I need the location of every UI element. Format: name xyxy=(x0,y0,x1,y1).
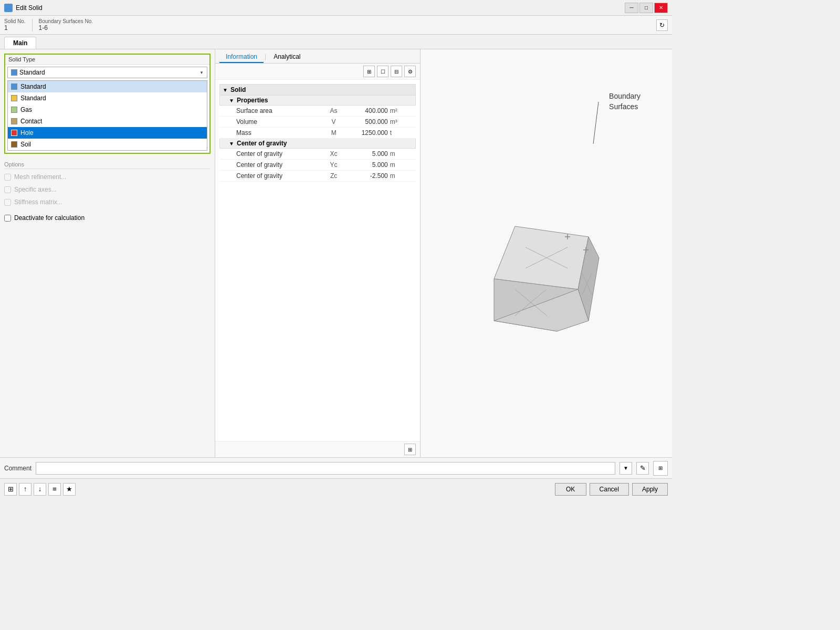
prop-sym-mass: M xyxy=(323,129,344,136)
prop-val-zc: -2.500 xyxy=(344,172,388,180)
toolbar-btn-1[interactable]: ⊞ xyxy=(363,66,375,77)
label-standard2: Standard xyxy=(20,94,46,102)
prop-unit-xc: m xyxy=(388,150,412,158)
tab-information[interactable]: Information xyxy=(219,51,264,63)
solid-type-dropdown[interactable]: Standard ▼ xyxy=(7,67,207,78)
boundary-no-content: Boundary Surfaces No. 1-6 xyxy=(39,18,93,32)
properties-sub-header[interactable]: ▼ Properties xyxy=(219,96,416,106)
color-standard2 xyxy=(11,95,17,101)
footer-icon-btn-4[interactable]: ≡ xyxy=(48,483,61,496)
list-item-gas[interactable]: Gas xyxy=(8,104,207,116)
stiffness-matrix-checkbox[interactable] xyxy=(4,199,11,206)
label-contact: Contact xyxy=(20,118,42,125)
deactivate-checkbox[interactable] xyxy=(4,215,11,222)
toolbar-btn-3[interactable]: ⊟ xyxy=(391,66,402,77)
boundary-arrow-svg xyxy=(546,81,651,186)
prop-gravity-yc: Center of gravity Yc 5.000 m xyxy=(219,160,416,171)
footer-bar: ⊞ ↑ ↓ ≡ ★ OK Cancel Apply xyxy=(0,478,672,499)
left-panel: Solid Type Standard ▼ Standard xyxy=(0,49,215,457)
solid-no-section: Solid No. 1 xyxy=(4,18,26,32)
comment-extra-btn[interactable]: ⊞ xyxy=(653,461,668,476)
boundary-arrow-line xyxy=(593,102,598,144)
close-button[interactable]: ✕ xyxy=(654,3,668,13)
prop-volume: Volume V 500.000 m³ xyxy=(219,117,416,128)
stiffness-matrix-label: Stiffness matrix... xyxy=(14,198,62,206)
color-soil xyxy=(11,141,17,148)
title-bar: Edit Solid ─ □ ✕ xyxy=(0,0,672,16)
list-item-contact[interactable]: Contact xyxy=(8,116,207,127)
list-item-soil[interactable]: Soil xyxy=(8,139,207,150)
footer-icon-btn-2[interactable]: ↑ xyxy=(19,483,32,496)
deactivate-label: Deactivate for calculation xyxy=(14,214,85,222)
info-toolbar: ⊞ ☐ ⊟ ⚙ xyxy=(215,64,420,80)
solid-no-value: 1 xyxy=(4,24,26,32)
label-hole: Hole xyxy=(20,129,34,136)
color-contact xyxy=(11,118,17,124)
prop-sym-yc: Yc xyxy=(323,161,344,169)
prop-name-xc: Center of gravity xyxy=(236,150,323,158)
main-tabs: Main xyxy=(0,35,672,49)
comment-dropdown-btn[interactable]: ▼ xyxy=(620,462,632,475)
color-gas xyxy=(11,107,17,113)
solid-toggle-icon: ▼ xyxy=(222,87,228,93)
footer-right-buttons: OK Cancel Apply xyxy=(555,483,668,496)
tab-main[interactable]: Main xyxy=(4,37,36,49)
prop-name-sa: Surface area xyxy=(236,107,323,114)
prop-unit-sa: m² xyxy=(388,107,412,114)
mesh-refinement-checkbox[interactable] xyxy=(4,174,11,181)
visualization-panel: BoundarySurfaces xyxy=(420,49,672,457)
prop-sym-sa: As xyxy=(323,107,344,114)
cancel-button[interactable]: Cancel xyxy=(590,483,629,496)
solid-type-list: Standard Standard Gas Contact Hole xyxy=(7,80,207,151)
header-fields: Solid No. 1 Boundary Surfaces No. 1-6 ↻ xyxy=(0,16,672,35)
solid-section: ▼ Solid ▼ Properties Surface area As 400… xyxy=(219,84,416,182)
prop-name-vol: Volume xyxy=(236,118,323,125)
stiffness-matrix-item: Stiffness matrix... xyxy=(4,197,211,207)
properties-panel: Information | Analytical ⊞ ☐ ⊟ ⚙ ▼ Solid xyxy=(215,49,420,457)
prop-val-mass: 1250.000 xyxy=(344,129,388,136)
specific-axes-item: Specific axes... xyxy=(4,185,211,194)
face-top xyxy=(494,226,589,289)
maximize-button[interactable]: □ xyxy=(639,3,653,13)
prop-unit-mass: t xyxy=(388,129,412,136)
label-standard1: Standard xyxy=(20,83,46,90)
prop-surface-area: Surface area As 400.000 m² xyxy=(219,106,416,117)
ok-button[interactable]: OK xyxy=(555,483,586,496)
gravity-sub-header[interactable]: ▼ Center of gravity xyxy=(219,139,416,149)
minimize-button[interactable]: ─ xyxy=(625,3,638,13)
tab-analytical[interactable]: Analytical xyxy=(267,51,307,63)
prop-name-mass: Mass xyxy=(236,129,323,136)
prop-sym-zc: Zc xyxy=(323,172,344,180)
comment-input[interactable] xyxy=(36,462,615,475)
specific-axes-label: Specific axes... xyxy=(14,186,57,193)
list-item-hole[interactable]: Hole xyxy=(8,127,207,139)
props-toggle-icon: ▼ xyxy=(228,98,235,103)
apply-button[interactable]: Apply xyxy=(632,483,668,496)
prop-name-zc: Center of gravity xyxy=(236,172,323,180)
toolbar-btn-4[interactable]: ⚙ xyxy=(404,66,416,77)
specific-axes-checkbox[interactable] xyxy=(4,186,11,193)
solid-type-dropdown-container: Standard ▼ xyxy=(5,65,209,80)
boundary-refresh-button[interactable]: ↻ xyxy=(656,19,668,31)
comment-bar: Comment ▼ ✎ ⊞ xyxy=(0,457,672,478)
chevron-down-icon: ▼ xyxy=(200,70,204,75)
comment-edit-btn[interactable]: ✎ xyxy=(636,462,649,475)
list-item-standard2[interactable]: Standard xyxy=(8,92,207,104)
prop-sym-xc: Xc xyxy=(323,150,344,158)
prop-sym-vol: V xyxy=(323,118,344,125)
prop-val-yc: 5.000 xyxy=(344,161,388,169)
solid-header[interactable]: ▼ Solid xyxy=(219,84,416,96)
toolbar-btn-2[interactable]: ☐ xyxy=(377,66,388,77)
footer-icon-btn-5[interactable]: ★ xyxy=(63,483,76,496)
prop-gravity-xc: Center of gravity Xc 5.000 m xyxy=(219,149,416,160)
header-divider xyxy=(32,19,33,32)
prop-val-xc: 5.000 xyxy=(344,150,388,158)
footer-left-icons: ⊞ ↑ ↓ ≡ ★ xyxy=(4,483,76,496)
list-item-standard1[interactable]: Standard xyxy=(8,81,207,92)
footer-icon-btn-1[interactable]: ⊞ xyxy=(4,483,17,496)
properties-extra-btn[interactable]: ⊞ xyxy=(404,444,416,455)
title-text: Edit Solid xyxy=(16,4,625,12)
prop-gravity-zc: Center of gravity Zc -2.500 m xyxy=(219,171,416,182)
footer-icon-btn-3[interactable]: ↓ xyxy=(34,483,46,496)
prop-val-sa: 400.000 xyxy=(344,107,388,114)
